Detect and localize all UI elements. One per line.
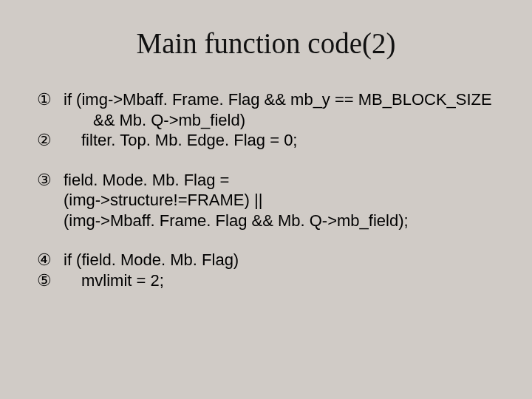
slide: Main function code(2) ① if (img->Mbaff. … — [0, 0, 532, 399]
line-marker-2: ② — [37, 130, 64, 151]
code-block-3: ④ if (field. Mode. Mb. Flag) ⑤ mvlimit =… — [37, 250, 495, 290]
code-block-1: ① if (img->Mbaff. Frame. Flag && mb_y ==… — [37, 89, 495, 151]
code-text: if (field. Mode. Mb. Flag) — [64, 250, 495, 270]
code-text: && Mb. Q->mb_field) — [64, 110, 495, 131]
line-marker-5: ⑤ — [37, 270, 64, 291]
spacer — [37, 231, 495, 250]
code-text: if (img->Mbaff. Frame. Flag && mb_y == M… — [64, 89, 495, 110]
code-line-1: ① if (img->Mbaff. Frame. Flag && mb_y ==… — [37, 89, 495, 110]
code-line-3: ③ field. Mode. Mb. Flag = — [37, 170, 495, 191]
code-line-5: ⑤ mvlimit = 2; — [37, 270, 495, 291]
code-line-1-cont: && Mb. Q->mb_field) — [37, 110, 495, 131]
line-marker-3: ③ — [37, 170, 64, 191]
code-line-2: ② filter. Top. Mb. Edge. Flag = 0; — [37, 130, 495, 151]
slide-title: Main function code(2) — [37, 27, 495, 60]
code-text: (img->Mbaff. Frame. Flag && Mb. Q->mb_fi… — [64, 211, 495, 231]
code-text: field. Mode. Mb. Flag = — [64, 170, 495, 191]
line-marker-4: ④ — [37, 250, 64, 270]
code-text: (img->structure!=FRAME) || — [64, 190, 495, 211]
spacer — [37, 151, 495, 170]
code-line-3c: (img->Mbaff. Frame. Flag && Mb. Q->mb_fi… — [37, 211, 495, 231]
line-marker-1: ① — [37, 89, 64, 110]
code-text: filter. Top. Mb. Edge. Flag = 0; — [64, 130, 495, 151]
code-text: mvlimit = 2; — [64, 270, 495, 291]
code-line-4: ④ if (field. Mode. Mb. Flag) — [37, 250, 495, 270]
code-block-2: ③ field. Mode. Mb. Flag = (img->structur… — [37, 170, 495, 231]
code-line-3b: (img->structure!=FRAME) || — [37, 190, 495, 211]
